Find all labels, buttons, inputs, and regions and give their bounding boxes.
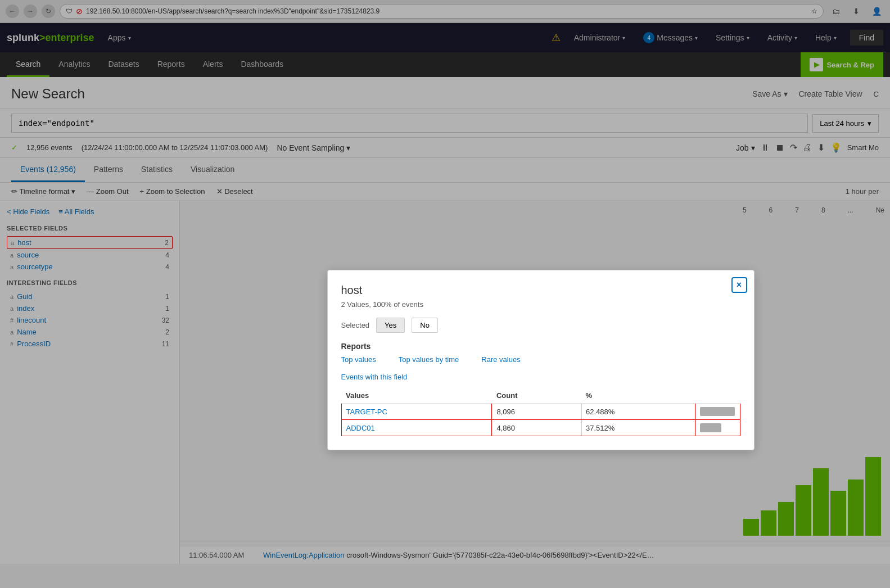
values-table-body: TARGET-PC 8,096 62.488% ADDC01 4,860 37.…	[341, 404, 740, 436]
values-col-header: Values	[341, 388, 492, 404]
host-modal: × host 2 Values, 100% of events Selected…	[327, 270, 755, 450]
selected-label: Selected	[341, 321, 370, 329]
values-table: Values Count % TARGET-PC 8,096 62.488% A…	[341, 388, 740, 436]
value-row: ADDC01 4,860 37.512%	[341, 420, 740, 436]
reports-section-title: Reports	[341, 342, 740, 351]
pct-col-header: %	[581, 388, 695, 404]
modal-title: host	[341, 284, 740, 297]
value-link[interactable]: TARGET-PC	[346, 408, 387, 416]
modal-overlay: × host 2 Values, 100% of events Selected…	[0, 0, 890, 564]
count-col-header: Count	[492, 388, 581, 404]
value-link[interactable]: ADDC01	[346, 424, 375, 432]
yes-button[interactable]: Yes	[376, 318, 405, 333]
value-row: TARGET-PC 8,096 62.488%	[341, 404, 740, 420]
rare-values-link[interactable]: Rare values	[481, 355, 520, 364]
bar-col-header	[695, 388, 740, 404]
no-button[interactable]: No	[412, 318, 438, 333]
top-values-link[interactable]: Top values	[341, 355, 376, 364]
modal-report-links: Top values Top values by time Rare value…	[341, 355, 740, 364]
modal-subtitle: 2 Values, 100% of events	[341, 300, 740, 309]
mini-bar	[700, 407, 735, 416]
events-with-field-link[interactable]: Events with this field	[341, 373, 408, 381]
modal-close-button[interactable]: ×	[731, 277, 747, 293]
selected-row: Selected Yes No	[341, 318, 740, 333]
top-values-by-time-link[interactable]: Top values by time	[399, 355, 459, 364]
mini-bar	[700, 423, 721, 432]
